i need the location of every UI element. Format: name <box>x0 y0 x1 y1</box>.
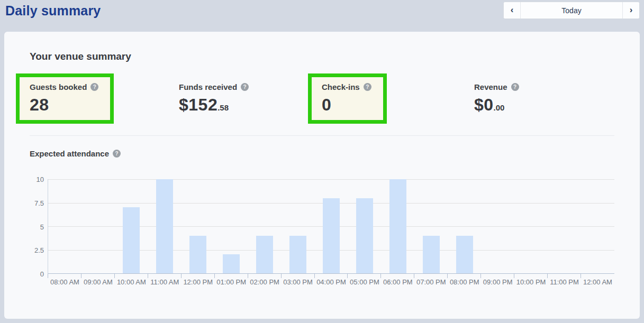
chart-slot: 09:00 PM <box>481 179 514 273</box>
chart-slot: 08:00 PM <box>448 179 481 273</box>
x-axis-label: 08:00 AM <box>50 278 79 286</box>
revenue-box: Revenue ? $0.00 <box>460 73 534 124</box>
chart-slot: 12:00 PM <box>182 179 215 273</box>
chart-slot: 08:00 AM <box>48 179 81 273</box>
bar <box>256 236 273 273</box>
attendance-chart-plot: 08:00 AM09:00 AM10:00 AM11:00 AM12:00 PM… <box>48 179 614 274</box>
bar <box>389 179 406 273</box>
next-day-button[interactable]: › <box>623 2 639 19</box>
chart-title: Expected attendance <box>30 149 109 158</box>
guests-booked-label: Guests booked <box>30 82 87 91</box>
chart-slot: 03:00 PM <box>282 179 315 273</box>
page-header: Daily summary ‹ Today › <box>0 0 644 32</box>
x-axis-label: 12:00 PM <box>183 278 213 286</box>
metrics-row: Guests booked ? 28 Funds received ? $152… <box>30 82 614 124</box>
check-ins-highlight-box: Check-ins ? 0 <box>308 73 387 124</box>
bar <box>223 254 240 273</box>
venue-summary-heading: Your venue summary <box>30 32 614 62</box>
metric-guests-booked: Guests booked ? 28 <box>30 82 179 124</box>
bar <box>456 236 473 273</box>
help-icon[interactable]: ? <box>113 150 121 158</box>
bar <box>289 236 306 273</box>
venue-summary-card: Your venue summary Guests booked ? 28 Fu… <box>4 32 640 319</box>
bar <box>323 198 340 273</box>
x-axis-label: 10:00 PM <box>516 278 546 286</box>
chart-slot: 04:00 PM <box>315 179 348 273</box>
chart-slot: 01:00 PM <box>215 179 248 273</box>
bar <box>156 179 173 273</box>
y-axis-label: 5 <box>40 223 44 230</box>
x-axis-label: 03:00 PM <box>283 278 313 286</box>
x-axis-label: 07:00 PM <box>416 278 446 286</box>
y-axis-label: 10 <box>37 176 44 183</box>
chart-slot: 10:00 AM <box>115 179 148 273</box>
funds-received-box: Funds received ? $152.58 <box>165 73 264 124</box>
x-axis-label: 12:00 AM <box>583 278 612 286</box>
y-axis-label: 2.5 <box>34 246 44 254</box>
metric-check-ins: Check-ins ? 0 <box>322 82 474 124</box>
chart-slot: 05:00 PM <box>348 179 381 273</box>
x-axis-label: 11:00 PM <box>550 278 579 286</box>
attendance-chart: 02.557.510 08:00 AM09:00 AM10:00 AM11:00… <box>30 179 614 274</box>
help-icon[interactable]: ? <box>511 83 519 91</box>
guests-booked-highlight-box: Guests booked ? 28 <box>16 73 114 124</box>
section-divider <box>30 135 614 136</box>
revenue-value: $0 <box>474 95 494 114</box>
help-icon[interactable]: ? <box>241 83 249 91</box>
chart-slot: 02:00 PM <box>248 179 282 273</box>
guests-booked-value: 28 <box>30 95 49 114</box>
x-axis-label: 04:00 PM <box>316 278 346 286</box>
page-title: Daily summary <box>5 3 101 19</box>
x-axis-label: 08:00 PM <box>450 278 479 286</box>
funds-received-label: Funds received <box>179 82 237 91</box>
x-axis-label: 10:00 AM <box>117 278 146 286</box>
help-icon[interactable]: ? <box>90 83 98 91</box>
bar <box>123 207 140 273</box>
x-axis-label: 01:00 PM <box>216 278 246 286</box>
check-ins-value: 0 <box>322 95 331 114</box>
x-axis-label: 06:00 PM <box>383 278 413 286</box>
chart-slot: 09:00 AM <box>81 179 115 273</box>
help-icon[interactable]: ? <box>364 83 371 91</box>
y-axis-label: 7.5 <box>34 199 44 207</box>
metric-revenue: Revenue ? $0.00 <box>474 82 614 124</box>
bar <box>189 236 206 273</box>
chart-slot: 06:00 PM <box>381 179 414 273</box>
x-axis-label: 02:00 PM <box>250 278 279 286</box>
x-axis-label: 09:00 AM <box>84 278 113 286</box>
y-axis-label: 0 <box>40 270 44 278</box>
today-button[interactable]: Today <box>520 2 623 19</box>
date-navigation: ‹ Today › <box>503 2 640 19</box>
chevron-right-icon: › <box>630 5 633 15</box>
funds-received-decimal: .58 <box>217 103 229 112</box>
check-ins-label: Check-ins <box>322 82 360 91</box>
chart-slot: 11:00 PM <box>548 179 581 273</box>
revenue-label: Revenue <box>474 82 507 91</box>
chart-slot: 12:00 AM <box>581 179 614 273</box>
revenue-decimal: .00 <box>494 103 505 112</box>
metric-funds-received: Funds received ? $152.58 <box>179 82 322 124</box>
chart-slot: 07:00 PM <box>414 179 448 273</box>
funds-received-value: $152 <box>179 95 217 114</box>
bar <box>356 198 373 273</box>
bar <box>423 236 440 273</box>
chart-slot: 11:00 AM <box>148 179 182 273</box>
x-axis-label: 11:00 AM <box>150 278 179 286</box>
chart-slot: 10:00 PM <box>514 179 548 273</box>
chart-y-axis: 02.557.510 <box>30 179 44 274</box>
prev-day-button[interactable]: ‹ <box>504 2 520 19</box>
chart-title-row: Expected attendance ? <box>30 149 614 158</box>
x-axis-label: 09:00 PM <box>483 278 513 286</box>
x-axis-label: 05:00 PM <box>350 278 379 286</box>
chevron-left-icon: ‹ <box>511 5 514 15</box>
